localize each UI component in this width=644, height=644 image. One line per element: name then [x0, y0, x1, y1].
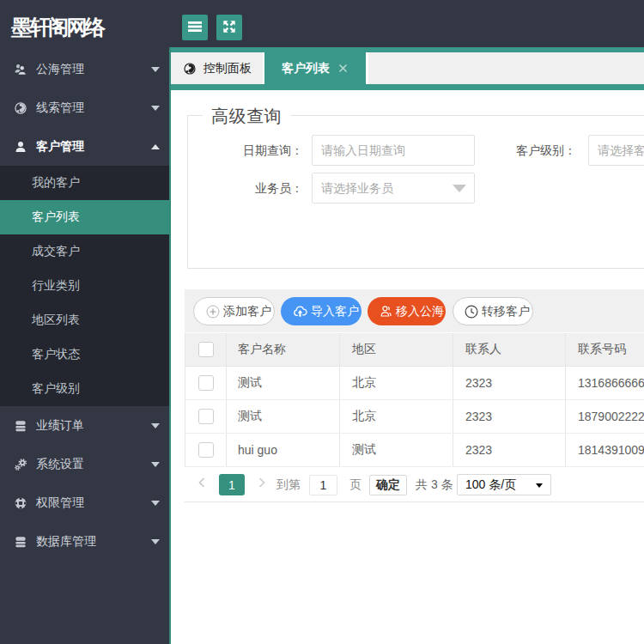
table-toolbar: 添加客户 导入客户 移入公海	[185, 289, 644, 332]
select-arrow-icon	[536, 483, 543, 488]
clock-icon	[465, 305, 478, 319]
wheel-icon	[15, 497, 27, 509]
row-checkbox-cell	[185, 400, 227, 433]
advanced-query-title: 高级查询	[203, 107, 290, 125]
tab-dashboard[interactable]: 控制面板	[171, 52, 264, 84]
salesman-label: 业务员：	[211, 173, 303, 204]
app-logo: 墨轩阁网络	[11, 14, 104, 41]
tab-label: 客户列表	[282, 61, 330, 76]
import-customer-button[interactable]: 导入客户	[281, 297, 361, 325]
sidebar-item-public-sea[interactable]: 公海管理	[0, 50, 169, 88]
table-bottom-border	[185, 501, 644, 502]
chevron-down-icon	[151, 106, 160, 111]
cell-phone: 13168666666	[566, 367, 644, 399]
header-checkbox-cell	[185, 333, 227, 366]
submenu-item-customer-level[interactable]: 客户级别	[0, 372, 169, 406]
current-page-badge[interactable]: 1	[219, 474, 245, 495]
next-page-icon[interactable]	[258, 477, 266, 488]
chevron-down-icon	[151, 462, 160, 467]
transfer-customer-button[interactable]: 转移客户	[453, 297, 533, 325]
sidebar-item-label: 系统设置	[36, 457, 84, 472]
table-row[interactable]: 测试 北京 2323 13168666666	[185, 367, 644, 400]
person-icon	[380, 305, 392, 318]
submenu-item-region-list[interactable]: 地区列表	[0, 303, 169, 337]
row-checkbox[interactable]	[198, 409, 214, 424]
cell-region: 北京	[340, 367, 453, 399]
submenu-item-customer-status[interactable]: 客户状态	[0, 337, 169, 372]
move-to-public-button[interactable]: 移入公海	[368, 297, 446, 325]
total-count-label: 共 3 条	[416, 477, 453, 493]
sidebar-item-label: 客户管理	[36, 139, 84, 155]
sidebar-item-settings[interactable]: 系统设置	[0, 445, 169, 483]
button-label: 移入公海	[396, 304, 444, 319]
column-header: 联系号码	[566, 333, 644, 366]
close-icon[interactable]	[337, 63, 349, 74]
fullscreen-button[interactable]	[216, 15, 242, 40]
main-content: 高级查询 日期查询： 客户级别： 业务员： 请选择业务员 添加客户	[171, 90, 644, 644]
row-checkbox[interactable]	[198, 375, 214, 391]
chevron-down-icon	[151, 539, 160, 544]
table-header-row: 客户名称 地区 联系人 联系号码	[185, 333, 644, 367]
user-icon	[15, 141, 27, 153]
table-row[interactable]: 测试 北京 2323 18790022222	[185, 400, 644, 434]
salesman-select-placeholder: 请选择业务员	[321, 181, 393, 195]
cell-name: 测试	[227, 400, 340, 433]
sidebar-item-customers[interactable]: 客户管理	[0, 127, 169, 166]
sidebar-item-leads[interactable]: 线索管理	[0, 88, 169, 127]
sidebar-item-database[interactable]: 数据库管理	[0, 522, 169, 561]
column-header: 地区	[340, 333, 453, 366]
tab-customer-list[interactable]: 客户列表	[264, 52, 368, 84]
cell-name: 测试	[227, 367, 340, 399]
page-size-select[interactable]: 100 条/页	[457, 474, 551, 495]
advanced-query-panel: 高级查询 日期查询： 客户级别： 业务员： 请选择业务员	[187, 115, 644, 269]
globe-icon	[184, 63, 196, 75]
database-icon	[15, 420, 27, 432]
confirm-button[interactable]: 确定	[369, 475, 407, 495]
globe-icon	[15, 102, 27, 114]
cell-phone: 18790022222	[566, 400, 644, 433]
sidebar-toggle-button[interactable]	[182, 15, 208, 40]
chevron-down-icon	[151, 423, 160, 428]
topbar	[169, 0, 644, 47]
tab-label: 控制面板	[204, 61, 252, 76]
submenu-item-customer-list[interactable]: 客户列表	[0, 200, 169, 234]
cell-region: 测试	[340, 434, 453, 466]
sidebar-item-label: 公海管理	[36, 62, 84, 77]
column-header: 客户名称	[227, 333, 340, 366]
expand-icon	[222, 20, 236, 36]
sidebar-item-orders[interactable]: 业绩订单	[0, 406, 169, 445]
page-size-value: 100 条/页	[465, 477, 516, 491]
customer-level-input[interactable]	[588, 135, 644, 166]
cell-contact: 2323	[453, 367, 566, 399]
tab-row: 控制面板 客户列表	[171, 52, 644, 84]
select-all-checkbox[interactable]	[198, 342, 214, 357]
column-header: 联系人	[453, 333, 566, 366]
row-checkbox-cell	[185, 434, 227, 466]
cell-contact: 2323	[453, 400, 566, 433]
sidebar-item-label: 权限管理	[36, 495, 84, 511]
row-checkbox[interactable]	[198, 442, 214, 458]
table-row[interactable]: hui guo 测试 2323 18143910099	[185, 434, 644, 467]
sidebar-submenu: 我的客户 客户列表 成交客户 行业类别 地区列表 客户状态 客户级别	[0, 166, 169, 406]
salesman-select[interactable]: 请选择业务员	[312, 173, 475, 204]
prev-page-icon[interactable]	[197, 477, 206, 488]
chevron-up-icon	[151, 144, 160, 149]
sidebar-item-label: 业绩订单	[36, 418, 84, 434]
hamburger-icon	[187, 21, 203, 35]
add-customer-button[interactable]: 添加客户	[193, 297, 275, 325]
date-query-input[interactable]	[312, 135, 475, 166]
chevron-down-icon	[151, 67, 160, 72]
sidebar-item-label: 线索管理	[36, 100, 84, 116]
goto-page-input[interactable]	[309, 475, 337, 495]
button-label: 添加客户	[223, 304, 271, 319]
sidebar-item-permissions[interactable]: 权限管理	[0, 483, 169, 522]
submenu-item-closed-customers[interactable]: 成交客户	[0, 234, 169, 269]
plus-circle-icon	[206, 305, 220, 319]
cell-name: hui guo	[227, 434, 340, 466]
submenu-item-my-customers[interactable]: 我的客户	[0, 166, 169, 200]
submenu-item-industry-category[interactable]: 行业类别	[0, 269, 169, 303]
database-icon	[15, 536, 27, 548]
button-label: 转移客户	[482, 304, 530, 319]
customer-table: 客户名称 地区 联系人 联系号码 测试 北京 2323 13168666666 …	[185, 333, 644, 467]
tab-bar: 控制面板 客户列表	[171, 47, 644, 90]
